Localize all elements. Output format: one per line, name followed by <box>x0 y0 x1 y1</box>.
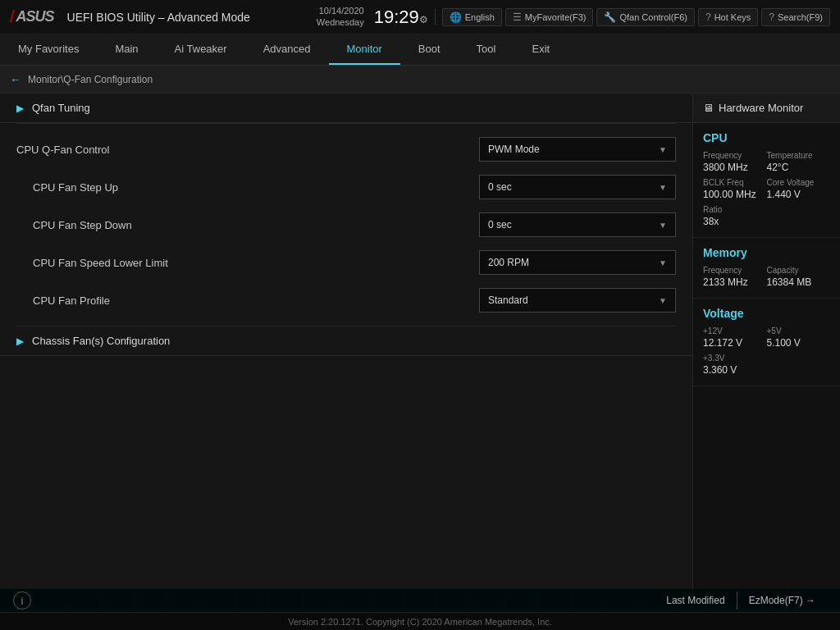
header-bar: / ASUS UEFI BIOS Utility – Advanced Mode… <box>0 0 840 34</box>
hw-core-voltage-value: 1.440 V <box>767 189 831 200</box>
search-label: Search(F9) <box>778 12 823 22</box>
hw-bclk-label: BCLK Freq <box>703 178 767 187</box>
cpu-qfan-mode-select[interactable]: PWM Mode ▼ <box>479 137 676 162</box>
cpu-fan-step-down-label: CPU Fan Step Down <box>33 219 479 231</box>
cpu-qfan-control-dropdown[interactable]: PWM Mode ▼ <box>479 137 676 162</box>
hw-v5-value: 5.100 V <box>767 337 831 349</box>
hw-temp-label: Temperature <box>767 151 831 160</box>
time-display: 19:29⚙ <box>374 8 428 26</box>
qfan-icon: 🔧 <box>604 11 616 23</box>
hw-v12-v5-row: +12V 12.172 V +5V 5.100 V <box>703 326 830 349</box>
myfav-icon: ☰ <box>513 11 522 23</box>
last-modified-button[interactable]: Last Modified <box>655 591 737 609</box>
cpu-fan-speed-lower-dropdown[interactable]: 200 RPM ▼ <box>479 250 676 275</box>
cpu-fan-step-down-select[interactable]: 0 sec ▼ <box>479 212 676 237</box>
footer-right-actions: Last Modified EzMode(F7) → <box>655 591 827 609</box>
hw-ratio-col: Ratio 38x <box>703 205 830 227</box>
hw-temp-value: 42°C <box>767 162 831 173</box>
back-arrow-icon[interactable]: ← <box>10 73 21 86</box>
cpu-fan-speed-lower-value: 200 RPM <box>488 257 529 268</box>
chassis-fan-section-header[interactable]: ▶ Chassis Fan(s) Configuration <box>0 326 692 356</box>
nav-main[interactable]: Main <box>97 34 156 65</box>
footer-copyright-bar: Version 2.20.1271. Copyright (C) 2020 Am… <box>0 612 840 630</box>
logo-slash: / <box>10 7 15 26</box>
nav-boot[interactable]: Boot <box>400 34 459 65</box>
hw-v5-label: +5V <box>767 326 831 336</box>
chevron-down-icon: ▼ <box>659 296 667 305</box>
hw-mem-freq-cap-row: Frequency 2133 MHz Capacity 16384 MB <box>703 266 830 288</box>
hw-cpu-temp-col: Temperature 42°C <box>767 151 831 173</box>
hw-monitor-title: 🖥 Hardware Monitor <box>693 94 840 123</box>
cpu-fan-profile-dropdown[interactable]: Standard ▼ <box>479 288 676 313</box>
header-right: 10/14/2020 Wednesday 19:29⚙ 🌐 English ☰ … <box>317 6 830 27</box>
chevron-down-icon: ▼ <box>659 221 667 230</box>
hw-cpu-freq-col: Frequency 3800 MHz <box>703 151 767 173</box>
cpu-fan-step-down-dropdown[interactable]: 0 sec ▼ <box>479 212 676 237</box>
hw-cpu-bclk-voltage-row: BCLK Freq 100.00 MHz Core Voltage 1.440 … <box>703 178 830 200</box>
hw-mem-cap-col: Capacity 16384 MB <box>767 266 831 288</box>
cpu-fan-speed-lower-label: CPU Fan Speed Lower Limit <box>33 257 479 269</box>
copyright-text: Version 2.20.1271. Copyright (C) 2020 Am… <box>288 617 552 627</box>
cpu-fan-step-up-dropdown[interactable]: 0 sec ▼ <box>479 175 676 199</box>
hardware-monitor-panel: 🖥 Hardware Monitor CPU Frequency 3800 MH… <box>692 94 840 589</box>
nav-my-favorites[interactable]: My Favorites <box>0 34 97 65</box>
qfan-tuning-label: Qfan Tuning <box>32 102 90 114</box>
cpu-fan-step-up-value: 0 sec <box>488 181 512 193</box>
hw-v12-label: +12V <box>703 326 767 336</box>
hw-voltage-section: Voltage +12V 12.172 V +5V 5.100 V +3.3V … <box>693 299 840 386</box>
hw-ratio-label: Ratio <box>703 205 830 214</box>
chevron-down-icon: ▼ <box>659 258 667 267</box>
hw-memory-section: Memory Frequency 2133 MHz Capacity 16384… <box>693 238 840 299</box>
hw-memory-title: Memory <box>703 246 830 259</box>
content-area: ▶ Qfan Tuning CPU Q-Fan Control PWM Mode… <box>0 94 692 589</box>
search-button[interactable]: ? Search(F9) <box>761 8 830 26</box>
main-layout: ▶ Qfan Tuning CPU Q-Fan Control PWM Mode… <box>0 94 840 589</box>
separator <box>435 9 436 25</box>
date-display: 10/14/2020 <box>319 6 364 16</box>
cpu-fan-step-down-value: 0 sec <box>488 219 512 231</box>
cpu-fan-profile-value: Standard <box>488 294 528 306</box>
myfavorite-button[interactable]: ☰ MyFavorite(F3) <box>505 8 594 26</box>
chevron-down-icon: ▼ <box>659 183 667 192</box>
cpu-qfan-mode-value: PWM Mode <box>488 144 540 155</box>
nav-advanced[interactable]: Advanced <box>245 34 329 65</box>
qfan-label: Qfan Control(F6) <box>619 12 687 22</box>
cpu-fan-profile-select[interactable]: Standard ▼ <box>479 288 676 313</box>
gear-icon[interactable]: ⚙ <box>419 14 428 25</box>
qfan-button[interactable]: 🔧 Qfan Control(F6) <box>596 8 695 26</box>
hw-bclk-value: 100.00 MHz <box>703 189 767 200</box>
footer-toolbar: i Last Modified EzMode(F7) → <box>0 589 840 612</box>
qfan-settings: CPU Q-Fan Control PWM Mode ▼ CPU Fan Ste… <box>0 124 692 326</box>
cpu-fan-profile-row: CPU Fan Profile Standard ▼ <box>0 281 692 319</box>
cpu-fan-step-down-row: CPU Fan Step Down 0 sec ▼ <box>0 206 692 244</box>
hw-freq-label: Frequency <box>703 151 767 160</box>
language-label: English <box>465 12 495 22</box>
nav-ai-tweaker[interactable]: Ai Tweaker <box>157 34 245 65</box>
cpu-fan-step-up-select[interactable]: 0 sec ▼ <box>479 175 676 199</box>
ez-mode-button[interactable]: EzMode(F7) → <box>737 591 827 609</box>
nav-monitor[interactable]: Monitor <box>329 34 400 65</box>
cpu-fan-speed-lower-select[interactable]: 200 RPM ▼ <box>479 250 676 275</box>
hw-freq-value: 3800 MHz <box>703 162 767 173</box>
chassis-fan-label: Chassis Fan(s) Configuration <box>32 335 170 347</box>
chevron-down-icon: ▼ <box>659 145 667 154</box>
hw-ratio-value: 38x <box>703 216 830 227</box>
footer: i Last Modified EzMode(F7) → Version 2.2… <box>0 589 840 630</box>
nav-tool[interactable]: Tool <box>459 34 514 65</box>
info-icon[interactable]: i <box>13 591 31 609</box>
hw-v12-col: +12V 12.172 V <box>703 326 767 349</box>
cpu-fan-step-up-row: CPU Fan Step Up 0 sec ▼ <box>0 168 692 206</box>
hw-core-voltage-col: Core Voltage 1.440 V <box>767 178 831 200</box>
hotkeys-button[interactable]: ? Hot Keys <box>698 8 758 26</box>
page-title: UEFI BIOS Utility – Advanced Mode <box>67 11 250 24</box>
hw-cpu-title: CPU <box>703 131 830 144</box>
hw-cpu-section: CPU Frequency 3800 MHz Temperature 42°C … <box>693 123 840 238</box>
nav-exit[interactable]: Exit <box>514 34 568 65</box>
hw-mem-cap-value: 16384 MB <box>767 276 831 288</box>
hotkeys-label: Hot Keys <box>714 12 751 22</box>
hw-v5-col: +5V 5.100 V <box>767 326 831 349</box>
language-button[interactable]: 🌐 English <box>442 8 502 26</box>
qfan-tuning-section-header[interactable]: ▶ Qfan Tuning <box>0 94 692 123</box>
breadcrumb: ← Monitor\Q-Fan Configuration <box>0 66 840 94</box>
breadcrumb-path: Monitor\Q-Fan Configuration <box>28 74 153 85</box>
